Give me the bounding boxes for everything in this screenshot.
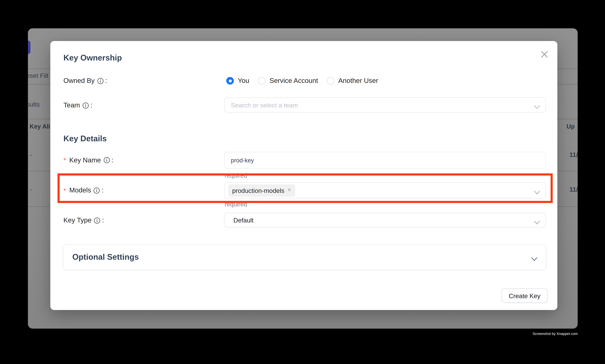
required-asterisk: * [64,156,66,164]
models-select[interactable]: production-models ✕ [224,182,546,198]
key-type-value: Default [233,217,254,224]
radio-option-another-user[interactable]: Another User [327,77,378,85]
key-name-value: prod-key [231,157,254,164]
create-key-button[interactable]: Create Key [502,288,548,303]
create-key-modal: Key Ownership Owned By : You Service Acc… [51,41,557,310]
optional-settings-header[interactable]: Optional Settings [63,244,546,270]
radio-option-you[interactable]: You [226,77,249,85]
required-asterisk: * [64,187,66,194]
team-label: Team : [64,101,92,110]
info-icon [97,78,103,84]
team-select-placeholder: Search or select a team [231,101,298,109]
radio-option-service-account[interactable]: Service Account [258,77,318,85]
modal-title: Key Ownership [64,53,122,63]
key-details-heading: Key Details [64,134,107,144]
key-name-validation-message: required [225,172,247,179]
info-icon [94,217,100,224]
column-header-updated: Up [566,123,575,130]
models-label: * Models : [64,186,103,195]
owned-by-label: Owned By : [64,77,107,85]
close-icon[interactable] [541,50,549,58]
chevron-down-icon [531,255,538,260]
chevron-down-icon [534,103,540,107]
key-type-label: Key Type : [64,216,104,225]
results-count-fragment: sults [28,101,40,108]
screenshot-canvas: eset Filt sults Key Alia Up - 11/ - 11/ … [0,0,605,364]
radio-unselected-icon [258,77,266,85]
owned-by-radio-group: You Service Account Another User [226,77,378,85]
background-button-fragment [28,40,30,54]
table-cell-dash: - [30,151,32,158]
reset-filters-fragment: eset Filt [28,72,49,79]
radio-selected-icon [226,77,234,85]
chevron-down-icon [534,189,540,193]
key-type-select[interactable]: Default [224,213,546,228]
optional-settings-label: Optional Settings [72,253,139,262]
selected-model-tag: production-models ✕ [228,184,295,196]
table-cell-date: 11/ [569,185,578,193]
radio-unselected-icon [327,77,335,85]
chevron-down-icon [534,219,540,222]
column-header-key-alias: Key Alia [30,123,53,130]
key-name-input[interactable]: prod-key [224,152,546,169]
team-select[interactable]: Search or select a team [224,97,546,113]
info-icon [82,102,89,109]
model-tag-label: production-models [232,187,284,194]
info-icon [94,187,100,194]
table-cell-dash: - [30,185,32,193]
key-name-label: * Key Name : [64,156,113,164]
info-icon [103,157,110,163]
remove-tag-icon[interactable]: ✕ [287,188,291,193]
xnapper-watermark: Screenshot by Xnapper.com [533,331,578,336]
table-cell-date: 11/ [569,151,578,158]
models-validation-message: required [225,201,247,208]
